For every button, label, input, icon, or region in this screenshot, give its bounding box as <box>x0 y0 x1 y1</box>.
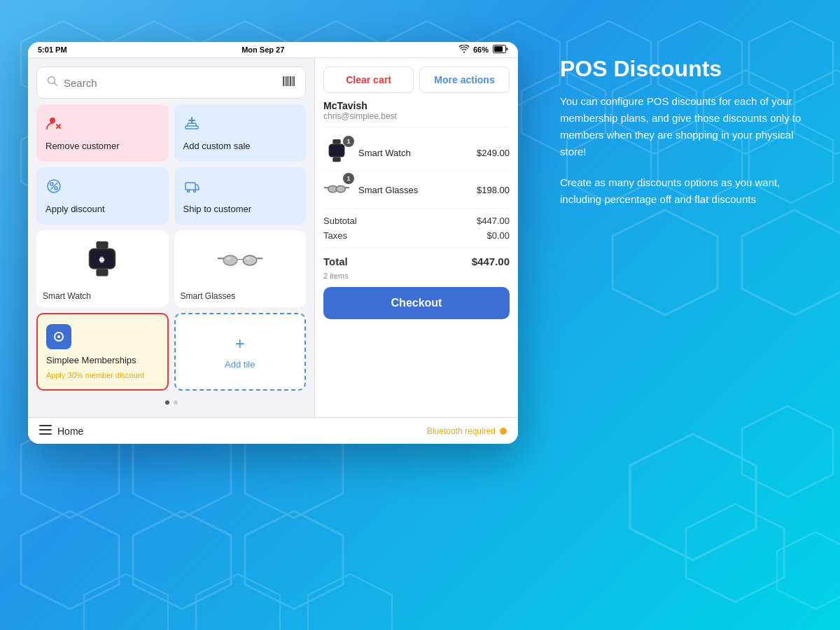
search-input[interactable] <box>64 77 276 89</box>
info-paragraph1: You can configure POS discounts for each… <box>560 93 805 160</box>
bluetooth-status: Bluetooth required <box>427 426 507 436</box>
svg-point-16 <box>50 183 53 186</box>
total-label: Total <box>323 255 348 267</box>
cart-items: 1 Smart Watch $249.00 <box>323 134 510 209</box>
total-value: $447.00 <box>472 255 510 267</box>
battery-icon <box>493 45 508 55</box>
product-tiles: ⌚ Smart Watch <box>36 230 306 307</box>
action-tiles: Remove customer Add custom sale <box>36 104 306 225</box>
add-tile-plus-icon: + <box>235 334 245 354</box>
status-bar: 5:01 PM Mon Sep 27 66% <box>28 42 518 58</box>
search-bar[interactable] <box>36 66 306 99</box>
home-label: Home <box>57 426 83 437</box>
svg-point-30 <box>243 255 257 265</box>
search-icon <box>47 76 58 90</box>
pagination-dot-1 <box>165 400 169 405</box>
simplee-memberships-tile[interactable]: Simplee Memberships Apply 30% member dis… <box>36 313 169 391</box>
svg-rect-43 <box>39 429 52 430</box>
bluetooth-label: Bluetooth required <box>427 426 496 436</box>
apply-discount-label: Apply discount <box>46 204 160 214</box>
cart-item-smart-glasses[interactable]: 1 Smart Glasses $198.00 <box>323 172 510 209</box>
taxes-value: $0.00 <box>486 230 510 241</box>
remove-customer-icon <box>46 115 160 135</box>
apply-discount-tile[interactable]: Apply discount <box>36 167 169 225</box>
pagination-dots <box>36 396 306 409</box>
svg-point-17 <box>55 187 57 190</box>
add-custom-sale-icon <box>183 115 298 135</box>
cart-item-glasses-badge: 1 <box>343 173 354 184</box>
svg-rect-7 <box>286 76 288 86</box>
smart-glasses-image <box>181 237 300 286</box>
svg-point-21 <box>187 190 189 192</box>
smart-watch-image: ⌚ <box>43 237 162 286</box>
battery-label: 66% <box>473 46 489 54</box>
remove-customer-tile[interactable]: Remove customer <box>36 104 169 162</box>
cart-item-glasses-name: Smart Glasses <box>358 185 470 195</box>
customer-info: McTavish chris@simplee.best <box>323 100 510 127</box>
svg-text:⌚: ⌚ <box>99 256 106 264</box>
cart-item-watch-image: 1 <box>323 139 351 167</box>
add-tile-label: Add tile <box>225 359 255 370</box>
taxes-label: Taxes <box>323 230 347 241</box>
cart-panel: Clear cart More actions McTavish chris@s… <box>315 58 518 417</box>
cart-item-watch-price: $249.00 <box>477 148 510 158</box>
cart-item-watch-name: Smart Watch <box>358 148 470 158</box>
svg-point-12 <box>50 118 55 123</box>
cart-summary: Subtotal $447.00 Taxes $0.00 Total $447.… <box>323 216 510 280</box>
svg-point-31 <box>226 257 230 260</box>
smart-glasses-tile[interactable]: Smart Glasses <box>174 230 307 307</box>
info-panel: POS Discounts You can configure POS disc… <box>546 42 812 236</box>
left-panel: Remove customer Add custom sale <box>28 58 315 417</box>
status-date: Mon Sep 27 <box>241 46 284 54</box>
checkout-button[interactable]: Checkout <box>323 287 510 319</box>
simplee-memberships-label: Simplee Memberships <box>46 355 159 365</box>
customer-email: chris@simplee.best <box>323 111 510 121</box>
ship-to-customer-label: Ship to customer <box>183 204 298 214</box>
add-tile-button[interactable]: + Add tile <box>174 313 307 391</box>
subtotal-row: Subtotal $447.00 <box>323 216 510 226</box>
wifi-icon <box>459 45 469 55</box>
add-custom-sale-tile[interactable]: Add custom sale <box>174 104 307 162</box>
svg-rect-2 <box>494 46 503 52</box>
divider <box>323 248 510 248</box>
cart-actions: Clear cart More actions <box>323 66 510 93</box>
svg-rect-20 <box>186 183 195 190</box>
customer-name: McTavish <box>323 100 510 111</box>
svg-rect-38 <box>330 146 344 156</box>
svg-rect-27 <box>97 269 108 276</box>
svg-rect-23 <box>97 241 108 248</box>
svg-point-35 <box>57 335 60 338</box>
device-content: Remove customer Add custom sale <box>28 58 518 417</box>
more-actions-button[interactable]: More actions <box>419 66 510 93</box>
bottom-tiles: Simplee Memberships Apply 30% member dis… <box>36 313 306 391</box>
add-custom-sale-label: Add custom sale <box>183 141 298 151</box>
simplee-icon <box>46 324 71 349</box>
svg-rect-44 <box>39 433 52 435</box>
svg-line-18 <box>50 183 57 190</box>
svg-rect-9 <box>290 76 291 86</box>
cart-item-smart-watch[interactable]: 1 Smart Watch $249.00 <box>323 134 510 172</box>
svg-rect-5 <box>283 76 284 86</box>
svg-point-22 <box>193 190 195 192</box>
svg-point-41 <box>336 186 345 192</box>
total-sub-row: 2 items <box>323 272 510 280</box>
svg-rect-11 <box>293 76 295 86</box>
svg-rect-36 <box>332 139 340 144</box>
clear-cart-button[interactable]: Clear cart <box>323 66 414 93</box>
svg-rect-15 <box>186 126 198 129</box>
smart-watch-tile[interactable]: ⌚ Smart Watch <box>36 230 169 307</box>
info-title: POS Discounts <box>560 56 805 82</box>
home-nav[interactable]: Home <box>39 425 83 437</box>
cart-item-glasses-image: 1 <box>323 176 351 204</box>
apply-discount-icon <box>46 178 160 198</box>
svg-point-32 <box>246 257 250 260</box>
ship-to-customer-tile[interactable]: Ship to customer <box>174 167 307 225</box>
taxes-row: Taxes $0.00 <box>323 230 510 241</box>
device-frame: 5:01 PM Mon Sep 27 66% <box>28 42 518 444</box>
smart-watch-name: Smart Watch <box>43 291 162 301</box>
info-paragraph2: Create as many discounts options as you … <box>560 174 805 208</box>
total-row: Total $447.00 <box>323 255 510 267</box>
svg-rect-8 <box>288 76 289 86</box>
subtotal-label: Subtotal <box>323 216 357 226</box>
svg-point-29 <box>223 255 237 265</box>
